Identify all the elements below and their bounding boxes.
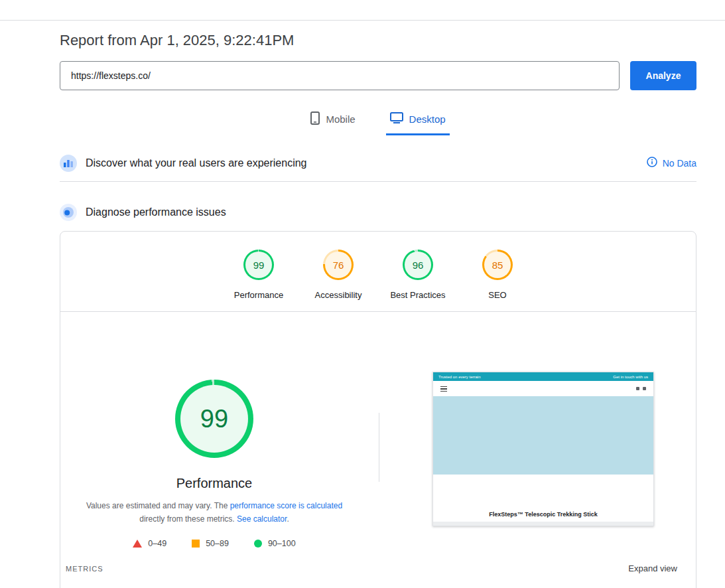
lab-data-icon bbox=[60, 204, 77, 221]
metrics-label: METRICS bbox=[66, 565, 103, 573]
report-content: Report from Apr 1, 2025, 9:22:41PM Analy… bbox=[60, 32, 696, 588]
legend-average: 50–89 bbox=[192, 539, 229, 548]
field-data-icon bbox=[60, 155, 77, 172]
header-divider bbox=[0, 20, 725, 21]
fail-triangle-icon bbox=[133, 540, 142, 548]
url-input[interactable] bbox=[60, 61, 620, 90]
tab-desktop-label: Desktop bbox=[409, 113, 446, 125]
nav-icons bbox=[636, 387, 646, 390]
average-square-icon bbox=[192, 540, 200, 548]
page-screenshot: Trusted on every terrain Get in touch wi… bbox=[432, 372, 654, 526]
card-divider bbox=[60, 311, 696, 312]
disclaimer-text: Values are estimated and may vary. The bbox=[86, 501, 230, 510]
screenshot-topbar: Trusted on every terrain Get in touch wi… bbox=[433, 372, 653, 381]
screenshot-product-section: FlexSteps™ Telescopic Trekking Stick bbox=[433, 475, 653, 524]
field-data-title: Discover what your real users are experi… bbox=[86, 157, 306, 169]
legend-average-range: 50–89 bbox=[206, 539, 229, 548]
accessibility-score-label: Accessibility bbox=[315, 290, 362, 300]
legend-fail-range: 0–49 bbox=[148, 539, 166, 548]
tab-mobile[interactable]: Mobile bbox=[306, 110, 359, 135]
legend-fail: 0–49 bbox=[133, 539, 166, 548]
disclaimer-text: . bbox=[287, 514, 289, 524]
tab-desktop[interactable]: Desktop bbox=[386, 110, 450, 135]
product-title: FlexSteps™ Telescopic Trekking Stick bbox=[433, 511, 653, 518]
score-legend: 0–49 50–89 90–100 bbox=[60, 539, 368, 548]
page-title: Report from Apr 1, 2025, 9:22:41PM bbox=[60, 32, 696, 49]
best-practices-score-label: Best Practices bbox=[390, 290, 445, 300]
analyze-button[interactable]: Analyze bbox=[630, 61, 696, 90]
no-data-label[interactable]: No Data bbox=[663, 158, 696, 169]
expand-view-button[interactable]: Expand view bbox=[628, 563, 677, 573]
category-seo[interactable]: 85 SEO bbox=[458, 250, 537, 300]
desktop-icon bbox=[390, 112, 403, 126]
category-best-practices[interactable]: 96 Best Practices bbox=[378, 250, 458, 300]
performance-score-ring: 99 bbox=[243, 250, 274, 280]
lighthouse-report-card: 99 Performance 76 Accessibility 96 Best … bbox=[60, 231, 696, 588]
performance-gauge-label: Performance bbox=[60, 476, 368, 491]
seo-score-ring: 85 bbox=[482, 250, 513, 280]
device-tabs: Mobile Desktop bbox=[60, 110, 696, 135]
category-accessibility[interactable]: 76 Accessibility bbox=[298, 250, 378, 300]
category-scores-row: 99 Performance 76 Accessibility 96 Best … bbox=[60, 250, 696, 300]
hamburger-icon bbox=[440, 386, 447, 392]
tab-mobile-label: Mobile bbox=[326, 113, 355, 125]
url-bar: Analyze bbox=[60, 61, 696, 90]
performance-score-link[interactable]: performance score is calculated bbox=[230, 501, 342, 510]
no-data-status[interactable]: No Data bbox=[647, 157, 696, 170]
performance-score-label: Performance bbox=[234, 290, 283, 300]
phone-icon bbox=[310, 111, 320, 127]
pass-circle-icon bbox=[254, 540, 262, 548]
legend-pass: 90–100 bbox=[254, 539, 296, 548]
section-divider bbox=[60, 181, 696, 182]
accessibility-score-ring: 76 bbox=[323, 250, 354, 280]
category-performance[interactable]: 99 Performance bbox=[219, 250, 298, 300]
best-practices-score-ring: 96 bbox=[403, 250, 433, 280]
lab-data-title: Diagnose performance issues bbox=[86, 206, 226, 218]
screenshot-hero bbox=[433, 396, 653, 475]
screenshot-topbar-right: Get in touch with us bbox=[613, 375, 648, 379]
screenshot-footer-strip bbox=[433, 522, 653, 526]
screenshot-navbar bbox=[433, 381, 653, 396]
lab-data-row: Diagnose performance issues bbox=[60, 200, 696, 224]
score-disclaimer: Values are estimated and may vary. The p… bbox=[75, 499, 354, 526]
see-calculator-link[interactable]: See calculator bbox=[237, 514, 287, 524]
disclaimer-text: directly from these metrics. bbox=[139, 514, 237, 524]
info-icon[interactable] bbox=[647, 157, 657, 170]
column-divider bbox=[379, 413, 379, 482]
legend-pass-range: 90–100 bbox=[268, 539, 296, 548]
field-data-row: Discover what your real users are experi… bbox=[60, 151, 696, 175]
seo-score-label: SEO bbox=[488, 290, 506, 300]
performance-gauge-score: 99 bbox=[200, 405, 228, 433]
screenshot-topbar-left: Trusted on every terrain bbox=[438, 375, 480, 379]
performance-gauge: 99 bbox=[175, 380, 253, 458]
metrics-header-row: METRICS Expand view bbox=[66, 563, 677, 573]
